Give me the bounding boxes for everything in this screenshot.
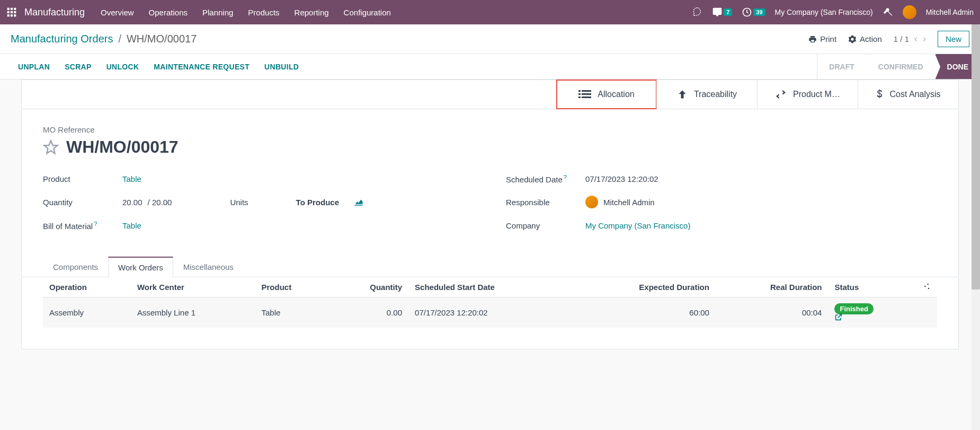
- allocation-button[interactable]: Allocation: [556, 80, 657, 109]
- help-icon[interactable]: ?: [564, 174, 567, 180]
- dollar-icon: [876, 89, 883, 100]
- main-menu: Overview Operations Planning Products Re…: [101, 8, 692, 17]
- scheduled-date-label: Scheduled Date?: [506, 174, 585, 184]
- col-work-center[interactable]: Work Center: [131, 277, 255, 297]
- star-icon[interactable]: [43, 139, 59, 155]
- list-icon: [578, 89, 591, 100]
- new-button[interactable]: New: [938, 31, 969, 47]
- apps-icon[interactable]: [6, 7, 17, 17]
- bom-label: Bill of Material?: [43, 221, 122, 231]
- notebook-tabs: Components Work Orders Miscellaneous: [22, 257, 958, 277]
- breadcrumb-parent[interactable]: Manufacturing Orders: [11, 33, 113, 45]
- company-selector[interactable]: My Company (San Francisco): [775, 8, 873, 16]
- menu-products[interactable]: Products: [248, 8, 279, 17]
- svg-point-17: [924, 286, 926, 287]
- svg-rect-13: [582, 93, 591, 95]
- status-confirmed[interactable]: CONFIRMED: [866, 54, 935, 79]
- svg-rect-8: [14, 14, 16, 16]
- svg-rect-7: [11, 14, 13, 16]
- to-produce-label: To Produce: [296, 198, 339, 207]
- menu-planning[interactable]: Planning: [202, 8, 233, 17]
- status-bar: DRAFT CONFIRMED DONE: [817, 54, 980, 79]
- col-expected-duration[interactable]: Expected Duration: [571, 277, 716, 297]
- messages-badge: 7: [724, 8, 732, 16]
- company-label: Company: [506, 221, 585, 230]
- tab-miscellaneous[interactable]: Miscellaneous: [173, 257, 244, 277]
- svg-rect-2: [14, 8, 16, 10]
- traceability-button[interactable]: Traceability: [656, 80, 757, 109]
- messages-icon[interactable]: 7: [712, 7, 732, 17]
- svg-rect-11: [582, 90, 591, 92]
- mo-reference: WH/MO/00017: [66, 137, 179, 157]
- table-row[interactable]: Assembly Assembly Line 1 Table 0.00 07/1…: [43, 297, 937, 328]
- svg-rect-1: [11, 8, 13, 10]
- action-button[interactable]: Action: [848, 34, 882, 43]
- svg-rect-4: [11, 11, 13, 13]
- product-label: Product: [43, 174, 122, 183]
- avatar[interactable]: [903, 5, 916, 19]
- product-moves-button[interactable]: Product M…: [757, 80, 858, 109]
- menu-operations[interactable]: Operations: [149, 8, 188, 17]
- menu-configuration[interactable]: Configuration: [344, 8, 391, 17]
- unbuild-button[interactable]: UNBUILD: [257, 63, 306, 71]
- work-orders-table: Operation Work Center Product Quantity S…: [43, 277, 937, 328]
- svg-rect-15: [582, 96, 591, 98]
- quantity-label: Quantity: [43, 198, 122, 207]
- svg-rect-10: [578, 90, 581, 92]
- responsible-value[interactable]: Mitchell Admin: [585, 196, 655, 208]
- cell-real: 00:04: [716, 297, 828, 328]
- breadcrumb-current: WH/MO/00017: [127, 33, 197, 45]
- menu-overview[interactable]: Overview: [101, 8, 134, 17]
- col-real-duration[interactable]: Real Duration: [716, 277, 828, 297]
- tab-work-orders[interactable]: Work Orders: [108, 257, 173, 277]
- print-button[interactable]: Print: [808, 34, 836, 43]
- svg-rect-0: [7, 8, 10, 10]
- tools-icon[interactable]: [883, 7, 893, 17]
- swap-icon: [775, 90, 787, 99]
- cost-analysis-button[interactable]: Cost Analysis: [858, 80, 958, 109]
- top-navbar: Manufacturing Overview Operations Planni…: [0, 0, 980, 24]
- svg-rect-14: [578, 96, 581, 98]
- col-status[interactable]: Status: [828, 277, 937, 297]
- topbar-right: 7 39 My Company (San Francisco) Mitchell…: [692, 5, 974, 19]
- app-name[interactable]: Manufacturing: [24, 7, 85, 18]
- phone-icon[interactable]: [692, 7, 702, 17]
- pager-next[interactable]: ›: [923, 33, 926, 45]
- maintenance-request-button[interactable]: MAINTENANCE REQUEST: [146, 63, 257, 71]
- col-scheduled-start[interactable]: Scheduled Start Date: [408, 277, 571, 297]
- status-draft[interactable]: DRAFT: [817, 54, 866, 79]
- menu-reporting[interactable]: Reporting: [295, 8, 329, 17]
- tab-components[interactable]: Components: [43, 257, 108, 277]
- activities-badge: 39: [753, 8, 765, 16]
- unplan-button[interactable]: UNPLAN: [11, 63, 57, 71]
- cell-operation: Assembly: [43, 297, 131, 328]
- columns-settings-icon[interactable]: [922, 283, 931, 290]
- scrap-button[interactable]: SCRAP: [57, 63, 99, 71]
- smart-buttons: Allocation Traceability Product M… Cost …: [22, 80, 958, 109]
- company-value[interactable]: My Company (San Francisco): [585, 221, 690, 230]
- product-value[interactable]: Table: [122, 174, 141, 183]
- unlock-button[interactable]: UNLOCK: [99, 63, 147, 71]
- activities-icon[interactable]: 39: [742, 7, 765, 17]
- form-sheet: Allocation Traceability Product M… Cost …: [21, 80, 959, 349]
- col-quantity[interactable]: Quantity: [330, 277, 408, 297]
- col-product[interactable]: Product: [255, 277, 329, 297]
- svg-rect-12: [578, 93, 581, 95]
- responsible-label: Responsible: [506, 198, 585, 207]
- svg-rect-3: [7, 11, 10, 13]
- action-bar: UNPLAN SCRAP UNLOCK MAINTENANCE REQUEST …: [0, 54, 980, 80]
- control-panel: Manufacturing Orders / WH/MO/00017 Print…: [0, 24, 980, 54]
- svg-point-16: [927, 284, 929, 285]
- cell-product: Table: [255, 297, 329, 328]
- svg-rect-5: [14, 11, 16, 13]
- help-icon[interactable]: ?: [94, 221, 97, 227]
- forecast-icon[interactable]: [354, 198, 363, 206]
- pager-prev[interactable]: ‹: [914, 33, 917, 45]
- col-operation[interactable]: Operation: [43, 277, 131, 297]
- cell-scheduled: 07/17/2023 12:20:02: [408, 297, 571, 328]
- bom-value[interactable]: Table: [122, 221, 141, 230]
- pager-value[interactable]: 1 / 1: [894, 34, 909, 43]
- quantity-value: 20.00 / 20.00 Units To Produce: [122, 198, 363, 207]
- scrollbar[interactable]: [972, 24, 980, 371]
- user-menu[interactable]: Mitchell Admin: [926, 8, 974, 16]
